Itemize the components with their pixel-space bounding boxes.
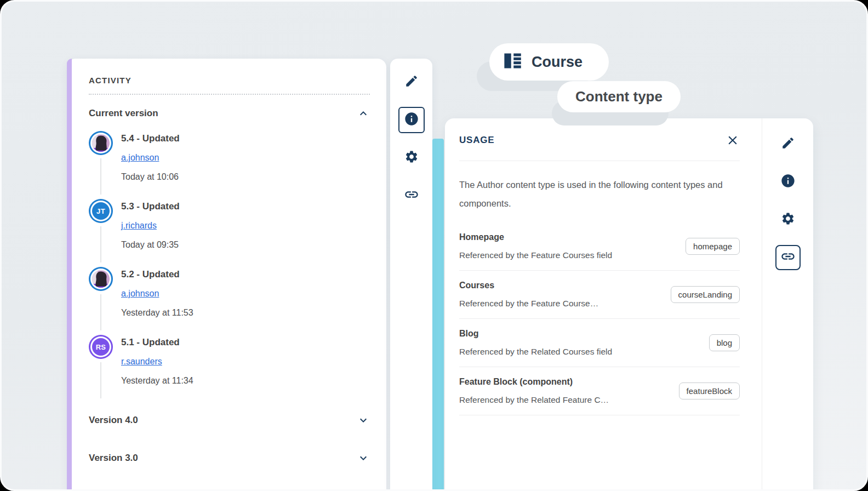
chevron-up-icon[interactable] xyxy=(357,107,370,120)
usage-item-feature-block: Feature Block (component) Referenced by … xyxy=(459,367,740,415)
usage-description: The Author content type is used in the f… xyxy=(459,175,736,213)
info-button-selected[interactable] xyxy=(390,101,432,139)
version-label: 5.4 - Updated xyxy=(121,133,180,144)
settings-button[interactable] xyxy=(390,139,432,176)
timestamp: Today at 09:35 xyxy=(121,239,180,250)
link-button-selected[interactable] xyxy=(762,238,813,276)
timeline-connector xyxy=(100,294,101,330)
version-entry: RS 5.1 - Updated r.saunders Yesterday at… xyxy=(89,334,370,391)
usage-item-subtitle: Referenced by the Related Feature C… xyxy=(459,395,609,406)
avatar: JT xyxy=(89,199,113,223)
version-entry: 5.2 - Updated a.johnson Yesterday at 11:… xyxy=(89,266,370,323)
usage-item-homepage: Homepage Referenced by the Feature Cours… xyxy=(459,222,740,271)
version-label: 5.3 - Updated xyxy=(121,201,180,212)
codename-tag: courseLanding xyxy=(671,286,740,303)
codename-tag: featureBlock xyxy=(679,382,740,399)
activity-divider xyxy=(89,94,370,95)
close-button[interactable] xyxy=(726,133,740,147)
version-timeline: 5.4 - Updated a.johnson Today at 10:06 J… xyxy=(89,130,370,391)
section-version-4[interactable]: Version 4.0 xyxy=(89,409,370,431)
activity-panel: ACTIVITY Current version 5.4 - Updated xyxy=(67,59,386,491)
edit-button[interactable] xyxy=(762,125,813,163)
course-label-pill: Course xyxy=(489,43,609,81)
avatar xyxy=(89,267,113,291)
timestamp: Yesterday at 11:53 xyxy=(121,307,193,318)
section-label: Version 4.0 xyxy=(89,415,138,426)
activity-panel-title: ACTIVITY xyxy=(89,76,370,85)
settings-button[interactable] xyxy=(762,201,813,238)
avatar xyxy=(89,131,113,155)
usage-panel-title: USAGE xyxy=(459,135,494,146)
timeline-connector xyxy=(100,362,101,398)
user-link[interactable]: a.johnson xyxy=(121,288,159,299)
timestamp: Today at 10:06 xyxy=(121,172,180,182)
info-icon xyxy=(404,111,419,129)
chevron-down-icon[interactable] xyxy=(357,452,370,465)
user-link[interactable]: a.johnson xyxy=(121,152,159,163)
close-icon xyxy=(726,133,740,147)
edit-icon xyxy=(404,74,419,90)
link-icon xyxy=(780,249,796,266)
right-toolbar xyxy=(762,118,813,276)
user-link[interactable]: r.saunders xyxy=(121,356,162,367)
timestamp: Yesterday at 11:34 xyxy=(121,375,193,386)
avatar-initials: RS xyxy=(96,343,106,351)
selected-tool-frame xyxy=(398,107,425,133)
avatar-initials: JT xyxy=(96,207,105,215)
content-type-icon xyxy=(502,51,522,73)
activity-accent-bar xyxy=(67,59,72,491)
timeline-connector xyxy=(100,158,101,195)
codename-tag: homepage xyxy=(686,238,740,255)
usage-item-title: Blog xyxy=(459,328,612,339)
usage-item-subtitle: Referenced by the Feature Courses field xyxy=(459,250,612,261)
link-button[interactable] xyxy=(390,176,432,214)
version-label: 5.1 - Updated xyxy=(121,337,193,348)
content-type-label-pill: Content type xyxy=(557,81,681,112)
timeline-connector xyxy=(100,226,101,262)
usage-item-title: Homepage xyxy=(459,232,612,243)
usage-header-divider xyxy=(459,161,740,161)
settings-icon xyxy=(781,212,795,228)
edit-button[interactable] xyxy=(390,63,432,101)
version-entry: 5.4 - Updated a.johnson Today at 10:06 xyxy=(89,130,370,187)
usage-item-courses: Courses Referenced by the Feature Course… xyxy=(459,271,740,319)
section-current-version[interactable]: Current version xyxy=(89,102,370,124)
info-icon xyxy=(780,173,796,191)
avatar: RS xyxy=(89,335,113,359)
usage-item-subtitle: Referenced by the Feature Course… xyxy=(459,298,598,309)
usage-panel: USAGE The Author content type is used in… xyxy=(445,118,813,491)
codename-tag: blog xyxy=(709,334,740,351)
info-button[interactable] xyxy=(762,163,813,201)
settings-icon xyxy=(404,150,419,166)
section-label: Current version xyxy=(89,108,158,119)
usage-item-subtitle: Referenced by the Related Courses field xyxy=(459,346,612,357)
link-icon xyxy=(404,187,419,204)
section-label: Version 3.0 xyxy=(89,453,138,464)
content-type-pill-label: Content type xyxy=(575,88,663,105)
chevron-down-icon[interactable] xyxy=(357,414,370,427)
usage-item-title: Courses xyxy=(459,280,598,291)
course-pill-label: Course xyxy=(532,54,583,71)
version-entry: JT 5.3 - Updated j.richards Today at 09:… xyxy=(89,198,370,255)
user-link[interactable]: j.richards xyxy=(121,220,157,231)
usage-item-title: Feature Block (component) xyxy=(459,376,609,387)
left-toolbar xyxy=(390,59,432,491)
usage-accent-bar xyxy=(432,139,444,489)
app-window: ACTIVITY Current version 5.4 - Updated xyxy=(0,0,868,491)
selected-tool-frame xyxy=(775,245,801,270)
version-label: 5.2 - Updated xyxy=(121,269,193,280)
usage-item-blog: Blog Referenced by the Related Courses f… xyxy=(459,319,740,367)
edit-icon xyxy=(781,136,795,152)
section-version-3[interactable]: Version 3.0 xyxy=(89,447,370,469)
